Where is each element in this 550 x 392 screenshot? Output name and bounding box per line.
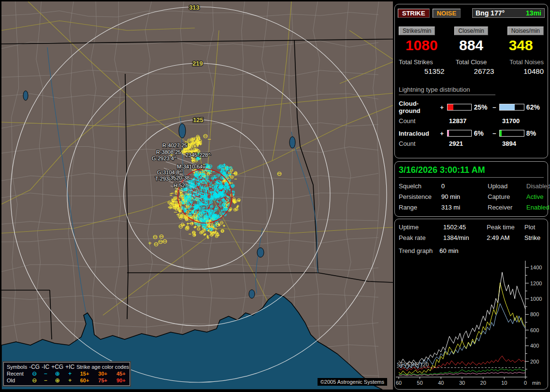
strike-symbol: + [207, 223, 211, 230]
plus-sign: + [439, 130, 445, 137]
range-value: 313 mi [441, 204, 488, 211]
storm-cell-labels: R-4027 25R-3808 25G-2923 4^2345-228^G-31… [152, 142, 211, 199]
legend-col-pcg: +CG [50, 364, 64, 370]
plot-label: Plot [524, 224, 544, 231]
upload-status: Disabled [526, 182, 550, 190]
uptime-label: Uptime [399, 224, 443, 231]
squelch-label: Squelch [399, 182, 441, 190]
cell-track-label: G-2923 4^ [152, 155, 177, 161]
ic-pos-pct: 6% [474, 129, 491, 137]
y-axis-tick-label: 1200 [530, 280, 542, 286]
strike-symbol: ⊖ [215, 221, 220, 228]
distribution-title: Lightning type distribution [399, 86, 495, 95]
ic-neg-bar [499, 130, 524, 137]
strike-symbol: ⊖ [162, 238, 168, 245]
close-counter: Close/min 884 Total Close 26723 [449, 27, 494, 75]
strike-button[interactable]: STRIKE [398, 9, 430, 18]
close-rate: 884 [449, 37, 494, 54]
uptime-value: 1502:45 [443, 224, 487, 231]
y-axis-tick-label: 200 [530, 359, 539, 364]
cell-track-label: H-52 [174, 182, 185, 188]
peakrate-label: Peak rate [399, 234, 443, 241]
bearing-readout: Bng 177° 13mi [472, 8, 545, 18]
persistence-value: 90 min [441, 193, 488, 200]
strike-symbol: ⊖ [203, 132, 208, 140]
gulf-water [1, 47, 382, 390]
age-60: 60+ [75, 377, 94, 384]
strike-symbol: ⊖ [193, 212, 198, 219]
minus-sign: − [492, 104, 498, 111]
x-axis-tick-label: 30 [459, 380, 465, 386]
cell-track-label: 3520-38 [170, 175, 189, 181]
ic-pos-count: 2921 [449, 140, 502, 147]
recent-minus-icon: − [41, 370, 50, 377]
cell-track-label: R-4027 25 [162, 142, 187, 148]
trend-series-intracloud-neg [399, 369, 525, 375]
y-axis-tick-label: 1400 [530, 265, 542, 270]
peakrate-value: 1384/min [443, 234, 487, 241]
datetime-display: 3/16/2026 3:00:11 AM [399, 165, 544, 178]
strike-panel: STRIKE NOISE Bng 177° 13mi Strikes/min 1… [394, 4, 548, 158]
squelch-value: 0 [441, 182, 488, 190]
cg-neg-count: 31700 [502, 117, 520, 125]
age-90: 90+ [112, 377, 130, 384]
receiver-label: Receiver [488, 204, 526, 211]
cloud-ground-row: Cloud-ground + 25% − 62% [399, 100, 544, 114]
cell-track-label: M-3410-64v [177, 164, 205, 169]
county-lines [1, 1, 379, 378]
x-axis-tick-label: 0 [524, 380, 527, 386]
legend-symbols-label: Symbols [6, 364, 28, 370]
ic-neg-pct: 8% [526, 129, 544, 137]
total-close-label: Total Close [449, 58, 494, 66]
age-75: 75+ [94, 377, 112, 384]
cg-count-row: Count 12837 31700 [399, 117, 544, 125]
strike-symbol: ⊖ [154, 240, 159, 248]
strike-symbol: ⊖ [153, 233, 158, 240]
legend-old-row: Old ⊖ − ⊕ + 60+ 75+ 90+ [6, 377, 130, 384]
close-per-min-badge[interactable]: Close/min [454, 27, 488, 35]
x-axis-tick-label: 40 [438, 380, 444, 386]
noises-per-min-badge[interactable]: Noises/min [507, 27, 544, 35]
recent-circminus-icon: ⊖ [28, 370, 41, 377]
legend-recent-label: Recent [6, 370, 28, 377]
capture-label: Capture [488, 193, 526, 200]
recent-circplus-icon: ⊕ [50, 370, 64, 377]
peaktime-value: 2:49 AM [487, 234, 524, 241]
trend-graph-label: Trend graph [399, 247, 433, 254]
trend-graph: SEVERE 120200400600800100012001400605040… [396, 259, 547, 388]
symbol-legend: Symbols -CG -IC +CG +IC Strike age color… [3, 362, 130, 386]
cg-pos-bar [447, 104, 472, 111]
trend-panel: Uptime 1502:45 Peak time Plot Peak rate … [394, 219, 548, 390]
noises-counter: Noises/min 348 Total Noises 10480 [498, 27, 544, 75]
receiver-status: Enabled [526, 204, 550, 211]
strikes-per-min-badge[interactable]: Strikes/min [399, 27, 435, 35]
plot-mode-value: Strike [524, 234, 544, 241]
plus-sign: + [439, 104, 445, 111]
x-axis-tick-label: 20 [480, 380, 486, 386]
noises-rate: 348 [498, 37, 544, 54]
legend-old-label: Old [6, 377, 28, 384]
legend-header-row: Symbols -CG -IC +CG +IC Strike age color… [6, 364, 130, 370]
map-view[interactable]: 125219313 ⊖−⊖⊖⊕⊖⊖⊖⊕+⊖⊖⊖⊖⊖⊖+++−⊖ R-4027 2… [1, 1, 393, 390]
cg-pos-count: 12837 [449, 117, 502, 125]
noise-button[interactable]: NOISE [433, 9, 461, 18]
bearing-value: Bng 177° [476, 9, 505, 17]
y-axis-tick-label: 600 [530, 327, 539, 333]
trend-window-value: 60 min [439, 247, 458, 254]
y-axis-tick-label: 1000 [530, 296, 542, 302]
cg-count-label: Count [399, 117, 449, 125]
strike-symbol: + [148, 239, 152, 247]
minus-sign: − [492, 130, 498, 137]
peaktime-label: Peak time [487, 224, 524, 231]
total-noises-value: 10480 [498, 67, 544, 75]
strike-symbol: ⊕ [185, 224, 190, 232]
x-axis-tick-label: 50 [417, 380, 423, 386]
cloud-ground-label: Cloud-ground [399, 100, 439, 114]
intracloud-row: Intracloud + 6% − 8% [399, 129, 544, 137]
age-30: 30+ [94, 370, 112, 377]
trend-series-total-strikes [399, 272, 525, 365]
total-close-value: 26723 [449, 67, 494, 75]
strike-symbol: ⊖ [178, 223, 184, 230]
strike-symbol: ⊖ [177, 212, 183, 219]
status-panel: 3/16/2026 3:00:11 AM Squelch 0 Upload Di… [394, 161, 548, 217]
